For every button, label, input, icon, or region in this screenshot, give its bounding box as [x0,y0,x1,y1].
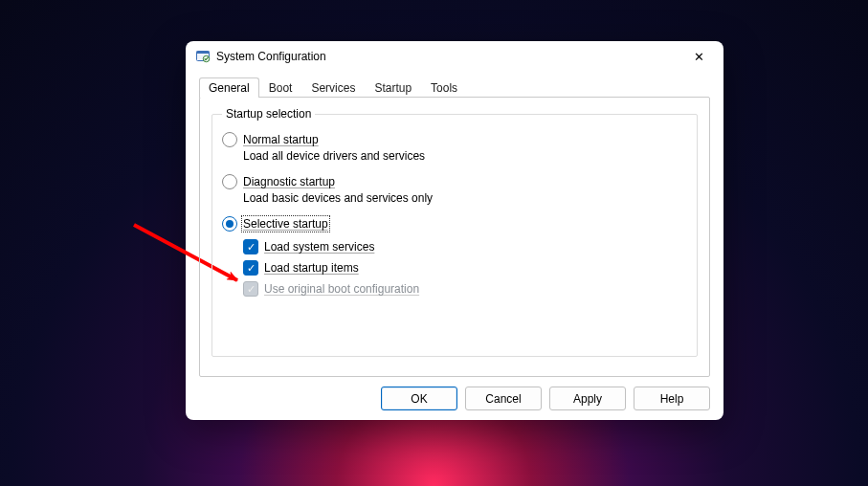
tabpanel-general: Startup selection Normal startup Load al… [199,97,710,377]
tab-general-label: General [209,81,250,95]
window-title: System Configuration [216,50,678,63]
checkbox-load-startup-items[interactable]: ✓ Load startup items [243,260,687,276]
cancel-button[interactable]: Cancel [465,387,542,410]
help-button-label: Help [660,392,684,406]
tab-startup[interactable]: Startup [365,77,421,98]
apply-button-label: Apply [573,392,602,406]
ok-button-label: OK [411,392,427,406]
apply-button[interactable]: Apply [549,387,626,410]
tab-general[interactable]: General [199,77,259,98]
load-system-services-label: Load system services [264,240,374,254]
radio-icon [222,132,237,147]
radio-selective-startup[interactable]: Selective startup [222,216,687,232]
tab-boot[interactable]: Boot [259,77,302,98]
radio-diagnostic-label: Diagnostic startup [243,175,335,188]
checkbox-icon: ✓ [243,260,258,276]
radio-icon [222,174,237,189]
checkbox-icon: ✓ [243,239,258,254]
radio-icon [222,216,237,232]
titlebar[interactable]: System Configuration ✕ [186,41,723,72]
radio-diagnostic-startup[interactable]: Diagnostic startup [222,174,687,189]
normal-startup-desc: Load all device drivers and services [243,149,687,163]
client-area: General Boot Services Startup Tools Star… [186,72,723,420]
tab-services-label: Services [311,81,355,95]
use-original-boot-label: Use original boot configuration [264,282,419,296]
desktop-background: System Configuration ✕ General Boot Serv… [0,0,868,486]
tab-tools[interactable]: Tools [421,77,467,98]
ok-button[interactable]: OK [381,387,457,410]
startup-selection-group: Startup selection Normal startup Load al… [211,107,698,357]
radio-normal-label: Normal startup [243,133,319,146]
help-button[interactable]: Help [634,387,710,410]
checkbox-use-original-boot: ✓ Use original boot configuration [243,281,687,297]
load-startup-items-label: Load startup items [264,261,359,275]
cancel-button-label: Cancel [485,392,521,406]
tabstrip: General Boot Services Startup Tools [199,76,710,97]
checkbox-icon: ✓ [243,281,258,297]
checkbox-load-system-services[interactable]: ✓ Load system services [243,239,687,254]
tab-boot-label: Boot [269,81,293,95]
radio-selective-label: Selective startup [243,217,328,231]
tab-services[interactable]: Services [301,77,365,98]
msconfig-icon [195,49,211,64]
close-button[interactable]: ✕ [678,42,720,71]
tab-tools-label: Tools [431,81,457,95]
close-icon: ✕ [694,51,704,63]
checkmark-icon: ✓ [247,284,256,295]
checkmark-icon: ✓ [247,242,256,253]
radio-normal-startup[interactable]: Normal startup [222,132,687,147]
dialog-button-row: OK Cancel Apply Help [199,377,710,410]
diagnostic-startup-desc: Load basic devices and services only [243,191,687,205]
checkmark-icon: ✓ [247,263,256,274]
group-legend: Startup selection [222,107,315,121]
tab-startup-label: Startup [374,81,412,95]
system-configuration-window: System Configuration ✕ General Boot Serv… [186,41,723,420]
svg-rect-1 [197,52,210,55]
